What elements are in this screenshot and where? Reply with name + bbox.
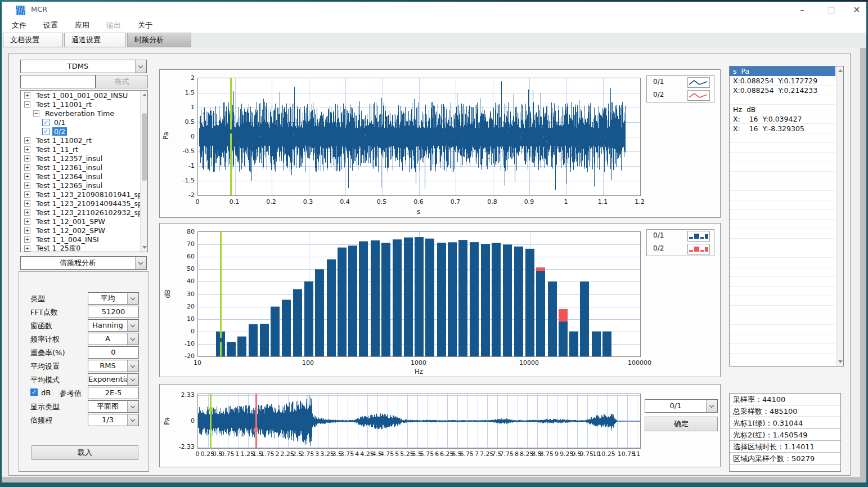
tree-item[interactable]: ✓0/2 xyxy=(21,127,147,136)
form-select-5[interactable]: RMS xyxy=(88,360,139,372)
form-select-2[interactable]: Hanning xyxy=(88,319,139,332)
readout-row[interactable] xyxy=(730,143,835,153)
expand-icon[interactable]: + xyxy=(24,191,30,198)
readout-row[interactable] xyxy=(730,277,835,287)
readout-row[interactable] xyxy=(730,191,835,200)
chevron-down-icon[interactable] xyxy=(127,320,138,331)
form-select-6[interactable]: Exponential xyxy=(88,373,139,386)
tree-item[interactable]: +Test 1_11_rt xyxy=(21,145,147,154)
tree-checkbox[interactable]: ✓ xyxy=(42,119,50,126)
form-select-0[interactable]: 平均 xyxy=(88,292,139,305)
readout-row[interactable] xyxy=(730,200,835,210)
readout-row[interactable] xyxy=(730,296,835,306)
expand-icon[interactable]: + xyxy=(24,146,30,153)
tree-item[interactable]: −Test 1_11001_rt xyxy=(21,100,147,109)
legend-line-icon[interactable] xyxy=(687,90,710,101)
readout-row[interactable] xyxy=(730,334,835,344)
chevron-down-icon[interactable] xyxy=(127,293,138,304)
minimize-button[interactable]: – xyxy=(789,2,815,17)
readout-row[interactable]: X:0.088254 Y:0.172729 xyxy=(730,76,835,86)
scroll-down-icon[interactable] xyxy=(142,246,147,249)
maximize-button[interactable]: □ xyxy=(818,2,844,17)
tree-item[interactable]: −Reverberation Time xyxy=(21,109,147,118)
readout-row[interactable] xyxy=(730,210,835,220)
collapse-icon[interactable]: − xyxy=(33,110,39,117)
readout-row[interactable]: X: 16 Y:-8.329305 xyxy=(730,124,835,133)
readout-row[interactable] xyxy=(730,162,835,172)
readout-row[interactable] xyxy=(730,248,835,258)
tree-item[interactable]: +Test 1_12361_insul xyxy=(21,163,147,172)
scroll-up-icon[interactable] xyxy=(142,93,147,96)
form-input-4[interactable]: 0 xyxy=(88,346,139,359)
readout-row[interactable] xyxy=(730,287,835,296)
readout-row[interactable] xyxy=(730,133,835,143)
expand-icon[interactable]: + xyxy=(24,200,30,207)
overview-canvas[interactable] xyxy=(197,394,641,449)
menu-item-应用[interactable]: 应用 xyxy=(68,17,96,33)
waveform-canvas[interactable] xyxy=(197,78,641,196)
expand-icon[interactable]: + xyxy=(24,137,30,144)
expand-icon[interactable]: + xyxy=(24,164,30,171)
tab-文档设置[interactable]: 文档设置 xyxy=(3,33,63,47)
filter-input[interactable] xyxy=(20,75,96,88)
form-input-7[interactable]: 2E-5 xyxy=(88,387,139,399)
readout-row[interactable] xyxy=(730,354,835,363)
readout-row[interactable]: X: 16 Y:0.039427 xyxy=(730,114,835,124)
expand-icon[interactable]: + xyxy=(24,92,30,99)
tab-时频分析[interactable]: 时频分析 xyxy=(127,33,191,47)
expand-icon[interactable]: + xyxy=(24,173,30,180)
tree-scrollbar[interactable] xyxy=(140,91,147,252)
readout-row[interactable] xyxy=(730,220,835,229)
scroll-down-icon[interactable] xyxy=(838,360,843,363)
spectrum-canvas[interactable] xyxy=(197,231,641,357)
chevron-down-icon[interactable] xyxy=(127,374,138,385)
tree-item[interactable]: +Test 1_1_004_INSI xyxy=(21,235,147,244)
legend-line-icon[interactable] xyxy=(687,77,710,88)
collapse-icon[interactable]: − xyxy=(24,101,30,108)
tree-item[interactable]: +Test 1_12_002_SPW xyxy=(21,226,147,235)
tree-checkbox[interactable]: ✓ xyxy=(42,128,50,135)
list-scrollbar[interactable] xyxy=(836,66,843,366)
tree-item[interactable]: +Test 1_12_001_SPW xyxy=(21,217,147,226)
tree-item[interactable]: ✓0/1 xyxy=(21,118,147,127)
readout-row[interactable]: X:0.088254 Y:0.214233 xyxy=(730,86,835,95)
tab-通道设置[interactable]: 通道设置 xyxy=(64,33,126,47)
expand-icon[interactable]: + xyxy=(24,155,30,162)
expand-icon[interactable]: + xyxy=(24,236,30,243)
readout-row[interactable] xyxy=(730,267,835,277)
chevron-down-icon[interactable] xyxy=(127,414,138,426)
form-input-1[interactable]: 51200 xyxy=(88,306,139,318)
close-button[interactable]: × xyxy=(847,2,867,17)
confirm-button[interactable]: 确定 xyxy=(645,417,718,431)
expand-icon[interactable]: + xyxy=(24,227,30,234)
menu-item-设置[interactable]: 设置 xyxy=(37,17,65,33)
tree-item[interactable]: +Test 1_11002_rt xyxy=(21,136,147,145)
format-button[interactable]: 格式 xyxy=(96,75,148,88)
tree-item[interactable]: +Test 1_123_210908101941_spw xyxy=(21,190,147,199)
readout-row[interactable] xyxy=(730,153,835,162)
readout-row[interactable] xyxy=(730,325,835,334)
chevron-down-icon[interactable] xyxy=(135,257,146,269)
form-select-8[interactable]: 平面图 xyxy=(88,400,139,413)
readout-row[interactable]: Hz dB xyxy=(730,105,835,114)
chevron-down-icon[interactable] xyxy=(706,400,717,412)
db-checkbox[interactable]: ✓ xyxy=(30,388,38,396)
readout-row[interactable] xyxy=(730,315,835,325)
form-select-3[interactable]: A xyxy=(88,333,139,345)
chevron-down-icon[interactable] xyxy=(127,360,138,372)
readout-row[interactable] xyxy=(730,181,835,191)
scroll-up-icon[interactable] xyxy=(838,69,843,72)
expand-icon[interactable]: + xyxy=(24,245,30,252)
load-button[interactable]: 载入 xyxy=(32,445,138,460)
expand-icon[interactable]: + xyxy=(24,209,30,216)
readout-row[interactable]: s Pa xyxy=(730,66,835,76)
expand-icon[interactable]: + xyxy=(24,182,30,189)
file-format-select[interactable]: TDMS xyxy=(20,60,147,73)
tree-item[interactable]: +Test 1_12365_insul xyxy=(21,181,147,190)
form-select-9[interactable]: 1/3 xyxy=(88,414,139,426)
menu-item-关于[interactable]: 关于 xyxy=(131,17,159,33)
tree-item[interactable]: +Test 1_001_001_002_INSU xyxy=(21,91,147,100)
readout-row[interactable] xyxy=(730,258,835,267)
menu-item-文件[interactable]: 文件 xyxy=(5,17,33,33)
chevron-down-icon[interactable] xyxy=(127,401,138,412)
